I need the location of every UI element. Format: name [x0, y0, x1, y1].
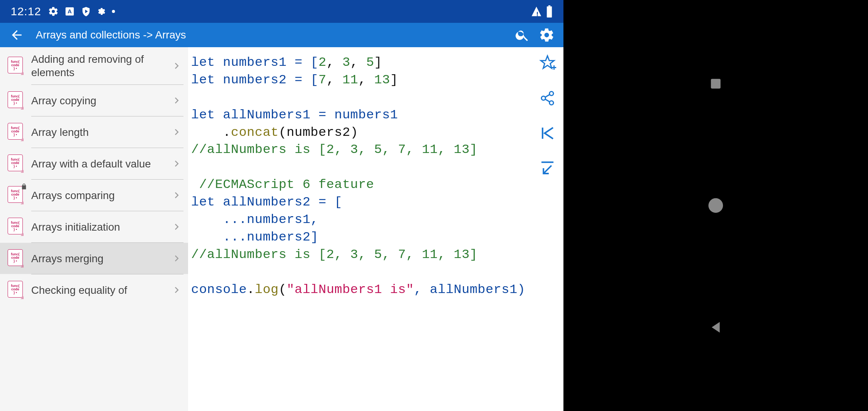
code-token: 11: [342, 73, 358, 87]
chevron-right-icon: [170, 126, 183, 138]
skip-first-button[interactable]: [538, 124, 557, 142]
svg-line-16: [544, 166, 552, 174]
code-file-icon: func{code} •: [8, 186, 24, 204]
list-item[interactable]: func{code} •Adding and removing of eleme…: [0, 47, 188, 84]
svg-rect-5: [547, 6, 552, 18]
code-token: numbers1 = [: [215, 55, 319, 70]
gear-icon: [48, 6, 59, 17]
list-item[interactable]: func{code} •Arrays initialization: [0, 211, 188, 242]
svg-rect-6: [548, 5, 550, 6]
svg-rect-17: [711, 79, 720, 88]
shield-icon: [81, 6, 91, 17]
chevron-right-icon: [170, 252, 183, 264]
chevron-right-icon: [170, 94, 183, 107]
code-token: 7: [318, 73, 326, 87]
list-item[interactable]: func{code} •Array with a default value: [0, 148, 188, 179]
back-button[interactable]: [8, 26, 26, 44]
list-item-label: Array length: [31, 126, 170, 139]
list-item[interactable]: func{code} •Arrays merging: [0, 243, 188, 274]
svg-point-11: [549, 101, 554, 105]
lock-icon: [21, 183, 27, 190]
list-item-label: Checking equality of: [31, 284, 170, 297]
gear-small-icon: [97, 7, 106, 16]
circle-icon: [707, 197, 724, 214]
list-item-label: Adding and removing of elements: [31, 53, 170, 79]
code-token: (numbers2): [279, 125, 358, 140]
code-token: let: [191, 108, 215, 122]
status-bar: 12:12 A: [0, 0, 563, 23]
svg-rect-3: [537, 12, 538, 15]
list-item-label: Arrays initialization: [31, 220, 170, 234]
chevron-right-icon: [170, 158, 183, 170]
code-token: 2: [318, 55, 326, 70]
code-token: let: [191, 55, 215, 70]
triangle-left-icon: [708, 319, 724, 335]
system-nav-rail: [563, 0, 868, 411]
dot-icon: [112, 10, 115, 13]
code-token: (: [279, 282, 287, 297]
svg-point-10: [541, 96, 546, 100]
code-token: log: [255, 282, 279, 297]
code-file-icon: func{code} •: [8, 218, 24, 236]
status-icons-left: A: [48, 6, 115, 17]
favorite-button[interactable]: [538, 54, 557, 72]
code-token: ]: [390, 73, 398, 87]
svg-point-9: [549, 92, 554, 96]
svg-point-18: [708, 198, 723, 213]
square-icon: [708, 76, 723, 91]
code-token: let: [191, 195, 215, 209]
chevron-right-icon: [170, 189, 183, 201]
code-token: ...numbers1,: [191, 212, 318, 227]
arrow-down-left-icon: [539, 160, 555, 176]
list-item[interactable]: func{code} •Checking equality of: [0, 274, 188, 306]
list-item-label: Array with a default value: [31, 157, 170, 170]
code-token: ,: [326, 73, 342, 87]
letter-a-icon: A: [65, 6, 75, 16]
code-token: console: [191, 282, 247, 297]
code-token: 3: [342, 55, 350, 70]
collapse-button[interactable]: [538, 159, 557, 177]
nav-back-button[interactable]: [693, 304, 739, 350]
search-button[interactable]: [513, 26, 531, 44]
share-button[interactable]: [538, 89, 557, 107]
code-token: numbers2 = [: [215, 73, 319, 87]
code-token: //allNumbers is [2, 3, 5, 7, 11, 13]: [191, 247, 478, 262]
nav-home-button[interactable]: [693, 183, 739, 228]
code-token: ,: [358, 73, 374, 87]
code-token: let: [191, 73, 215, 87]
settings-button[interactable]: [538, 26, 556, 44]
code-token: 5: [366, 55, 374, 70]
app-bar: Arrays and collections -> Arrays: [0, 23, 563, 47]
code-token: ]: [374, 55, 382, 70]
code-token: "allNumbers1 is": [287, 282, 414, 297]
code-file-icon: func{code} •: [8, 57, 24, 75]
list-item-label: Array copying: [31, 94, 170, 107]
code-token: allNumbers1 = numbers1: [215, 108, 398, 122]
code-token: ...numbers2]: [191, 230, 318, 244]
svg-text:A: A: [68, 8, 72, 14]
chevron-right-icon: [170, 221, 183, 233]
list-item-label: Arrays merging: [31, 252, 170, 265]
code-block: let numbers1 = [2, 3, 5] let numbers2 = …: [188, 47, 563, 298]
code-file-icon: func{code} •: [8, 249, 24, 268]
list-item[interactable]: func{code} •Arrays comparing: [0, 180, 188, 211]
code-token: 13: [374, 73, 390, 87]
chevron-right-icon: [170, 60, 183, 72]
gear-icon: [539, 27, 555, 43]
list-item[interactable]: func{code} •Array copying: [0, 85, 188, 116]
topic-list[interactable]: func{code} •Adding and removing of eleme…: [0, 47, 188, 411]
page-title: Arrays and collections -> Arrays: [36, 29, 513, 41]
code-token: .: [191, 125, 231, 140]
code-file-icon: func{code} •: [8, 123, 24, 141]
svg-rect-4: [537, 15, 538, 16]
battery-icon: [546, 5, 553, 18]
code-token: allNumbers2 = [: [215, 195, 342, 209]
search-icon: [515, 27, 530, 43]
list-item[interactable]: func{code} •Array length: [0, 116, 188, 148]
star-plus-icon: [539, 54, 556, 72]
code-token: , allNumbers1): [414, 282, 525, 297]
code-token: //allNumbers is [2, 3, 5, 7, 11, 13]: [191, 142, 478, 157]
code-pane[interactable]: let numbers1 = [2, 3, 5] let numbers2 = …: [188, 47, 563, 411]
nav-recent-button[interactable]: [693, 61, 739, 107]
svg-line-13: [545, 99, 550, 102]
